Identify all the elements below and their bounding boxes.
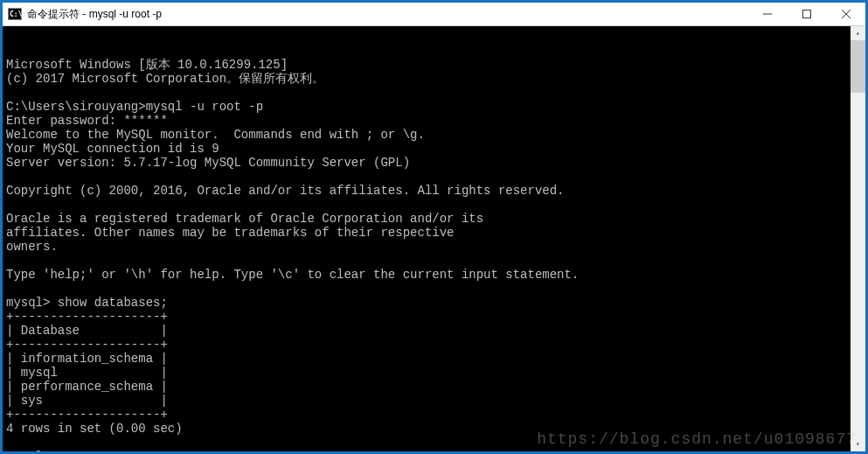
terminal-line: | performance_schema | — [6, 380, 865, 394]
terminal-line: +--------------------+ — [6, 310, 865, 324]
terminal-line: Type 'help;' or '\h' for help. Type '\c'… — [6, 268, 865, 282]
close-button[interactable] — [826, 3, 865, 25]
terminal-line — [6, 170, 865, 184]
titlebar[interactable]: C:\. 命令提示符 - mysql -u root -p — [3, 3, 865, 26]
terminal-line: Microsoft Windows [版本 10.0.16299.125] — [6, 58, 865, 72]
terminal-line — [6, 86, 865, 100]
terminal-output: Microsoft Windows [版本 10.0.16299.125](c)… — [6, 58, 865, 451]
terminal-line: Copyright (c) 2000, 2016, Oracle and/or … — [6, 184, 865, 198]
terminal-line: Server version: 5.7.17-log MySQL Communi… — [6, 156, 865, 170]
terminal-line: C:\Users\sirouyang>mysql -u root -p — [6, 100, 865, 114]
watermark-text: https://blog.csdn.net/u01098677 — [537, 432, 857, 446]
cmd-icon: C:\. — [8, 8, 22, 20]
maximize-button[interactable] — [787, 3, 826, 25]
terminal-line: (c) 2017 Microsoft Corporation。保留所有权利。 — [6, 72, 865, 86]
terminal-line: mysql> — [6, 450, 865, 451]
terminal-line: Enter password: ****** — [6, 114, 865, 128]
terminal-line: Oracle is a registered trademark of Orac… — [6, 212, 865, 226]
terminal-line: mysql> show databases; — [6, 296, 865, 310]
terminal-line: Your MySQL connection id is 9 — [6, 142, 865, 156]
terminal-line: +--------------------+ — [6, 408, 865, 422]
terminal-line: owners. — [6, 240, 865, 254]
terminal-line: | sys | — [6, 394, 865, 408]
terminal-line: | Database | — [6, 324, 865, 338]
svg-rect-1 — [802, 10, 810, 18]
terminal-line — [6, 282, 865, 296]
window-controls — [747, 3, 865, 25]
window-frame: C:\. 命令提示符 - mysql -u root -p Microsoft … — [3, 3, 865, 451]
window-title: 命令提示符 - mysql -u root -p — [27, 7, 747, 22]
terminal-line: +--------------------+ — [6, 338, 865, 352]
minimize-button[interactable] — [747, 3, 787, 25]
terminal-line: Welcome to the MySQL monitor. Commands e… — [6, 128, 865, 142]
vertical-scrollbar[interactable]: ▴ ▾ — [851, 26, 865, 451]
terminal-line: | information_schema | — [6, 352, 865, 366]
terminal-line: affiliates. Other names may be trademark… — [6, 226, 865, 240]
scrollbar-thumb[interactable] — [851, 40, 865, 93]
terminal-line: | mysql | — [6, 366, 865, 380]
terminal-line — [6, 198, 865, 212]
scroll-up-arrow[interactable]: ▴ — [851, 26, 865, 40]
terminal-area[interactable]: Microsoft Windows [版本 10.0.16299.125](c)… — [3, 26, 865, 451]
terminal-line — [6, 254, 865, 268]
